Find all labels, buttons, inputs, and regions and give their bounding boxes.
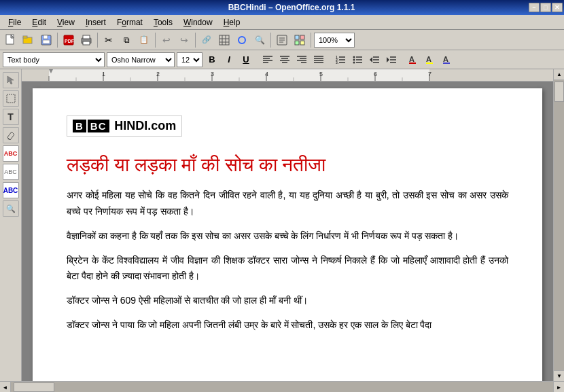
scroll-left-button[interactable]: ◄: [0, 382, 11, 392]
selection-icon[interactable]: [3, 90, 19, 107]
edit-icon[interactable]: [3, 127, 19, 143]
increase-indent-button[interactable]: [384, 52, 399, 67]
menu-window[interactable]: Window: [178, 16, 218, 29]
separator-3: [155, 33, 156, 48]
align-right-button[interactable]: [294, 52, 309, 67]
open-button[interactable]: [20, 32, 37, 48]
copy-button[interactable]: ⧉: [118, 32, 135, 48]
h-scroll-thumb[interactable]: [14, 382, 54, 392]
svg-rect-24: [295, 41, 299, 45]
bullets-button[interactable]: [350, 52, 365, 67]
print-button[interactable]: [78, 32, 94, 48]
text-icon[interactable]: T: [3, 109, 19, 125]
font-size-select[interactable]: 12: [177, 52, 202, 67]
svg-text:A: A: [426, 55, 431, 63]
navigator-button[interactable]: [274, 32, 290, 48]
close-button[interactable]: ✕: [552, 3, 563, 12]
svg-rect-6: [43, 40, 50, 43]
svg-text:7: 7: [428, 71, 431, 77]
menu-view[interactable]: View: [52, 16, 80, 29]
svg-marker-54: [370, 57, 372, 63]
svg-rect-3: [23, 36, 27, 38]
svg-marker-68: [7, 76, 14, 84]
vertical-scrollbar: ▲ ▼: [553, 69, 564, 381]
paragraph-4[interactable]: डॉक्टर जोन्स ने 609 ऐसी महिलाओं से बातची…: [67, 293, 508, 309]
zoom-select[interactable]: 100% 75% 150% 200%: [314, 33, 355, 48]
paste-button[interactable]: 📋: [136, 32, 152, 48]
font-color-button[interactable]: A: [406, 52, 421, 67]
h-scroll-track[interactable]: [11, 382, 553, 392]
paragraph-3[interactable]: ब्रिटेन के केंट विश्वविद्यालय में जीव वि…: [67, 253, 508, 285]
bbc-bc-box: BC: [88, 120, 109, 132]
svg-text:1: 1: [102, 71, 105, 77]
table-button[interactable]: [216, 32, 232, 48]
underline-button[interactable]: U: [239, 52, 253, 67]
body-layout: T ABC ABC ABC 🔍: [0, 69, 564, 392]
export-pdf-button[interactable]: PDF: [60, 32, 77, 48]
format-bar: Text body Osho Narrow 12 B I U 1.2.3. A …: [0, 50, 564, 69]
abc-red-icon: ABC: [3, 145, 19, 162]
menu-file[interactable]: File: [3, 16, 27, 29]
svg-rect-25: [300, 41, 304, 45]
undo-button[interactable]: ↩: [158, 32, 175, 48]
align-justify-button[interactable]: [311, 52, 326, 67]
scroll-track[interactable]: [554, 80, 564, 370]
scroll-down-button[interactable]: ▼: [554, 370, 564, 381]
svg-point-17: [239, 37, 245, 43]
font-select[interactable]: Osho Narrow: [107, 52, 175, 67]
align-left-button[interactable]: [260, 52, 275, 67]
save-button[interactable]: [38, 32, 54, 48]
new-button[interactable]: [3, 32, 19, 48]
bbc-b-box: B: [73, 120, 86, 132]
menu-format[interactable]: Format: [111, 16, 148, 29]
left-panel: T ABC ABC ABC 🔍: [0, 69, 22, 381]
svg-rect-63: [409, 63, 416, 64]
document-page[interactable]: B BC HINDI.com लड़की या लड़का माँ की सोच…: [33, 88, 542, 381]
find-button[interactable]: 🔍: [251, 32, 268, 48]
highlight-button[interactable]: A: [423, 52, 438, 67]
scroll-thumb[interactable]: [554, 82, 564, 102]
find-replace-icon[interactable]: 🔍: [3, 200, 19, 217]
numbering-button[interactable]: 1.2.3.: [333, 52, 348, 67]
scroll-right-button[interactable]: ►: [553, 382, 564, 392]
article-heading[interactable]: लड़की या लड़का माँ की सोच का नतीजा: [67, 152, 508, 178]
paragraph-style-select[interactable]: Text body: [3, 52, 105, 67]
menu-help[interactable]: Help: [218, 16, 246, 29]
italic-button[interactable]: I: [222, 52, 236, 67]
bbc-hindi-text: HINDI.com: [114, 119, 176, 132]
paragraph-2[interactable]: वैज्ञानिकों का कहना है कि यहाँ तक कि इस …: [67, 228, 508, 245]
paragraph-5[interactable]: डॉक्टर जोन्स ने पाया कि जो महिला अपनी जि…: [67, 317, 508, 334]
svg-text:A: A: [443, 55, 448, 63]
hyperlink-button[interactable]: 🔗: [198, 32, 215, 48]
svg-text:4: 4: [265, 71, 268, 77]
separator-5: [270, 33, 271, 48]
bold-button[interactable]: B: [205, 52, 219, 67]
svg-text:3.: 3.: [336, 60, 339, 65]
menu-tools[interactable]: Tools: [148, 16, 178, 29]
menu-insert[interactable]: Insert: [80, 16, 111, 29]
horizontal-ruler: 1 2 3 4 5 6 7: [22, 69, 553, 82]
minimize-button[interactable]: −: [529, 3, 540, 12]
bbc-logo: B BC HINDI.com: [67, 115, 182, 137]
svg-rect-65: [426, 63, 433, 64]
menu-edit[interactable]: Edit: [27, 16, 52, 29]
char-background-button[interactable]: A: [440, 52, 455, 67]
cursor-icon[interactable]: [3, 72, 19, 88]
align-center-button[interactable]: [277, 52, 292, 67]
svg-text:6: 6: [374, 71, 377, 77]
decrease-indent-button[interactable]: [367, 52, 382, 67]
toolbar: PDF ✂ ⧉ 📋 ↩ ↪ 🔗 🔍 100% 75% 150% 200%: [0, 30, 564, 50]
separator-2: [97, 33, 98, 48]
abc-gray-icon: ABC: [3, 164, 19, 180]
svg-rect-12: [219, 35, 229, 45]
scroll-up-button[interactable]: ▲: [554, 69, 564, 80]
menu-bar: File Edit View Insert Format Tools Windo…: [0, 15, 564, 30]
svg-text:2: 2: [156, 71, 160, 77]
maximize-button[interactable]: □: [540, 3, 551, 12]
redo-button[interactable]: ↪: [176, 32, 192, 48]
cut-button[interactable]: ✂: [101, 32, 117, 48]
gallery-button[interactable]: [292, 32, 308, 48]
show-draw-button[interactable]: [234, 32, 250, 48]
paragraph-1[interactable]: अगर कोई महिला यह सोचे कि वह कितने दिन जी…: [67, 188, 508, 220]
svg-rect-22: [295, 35, 299, 39]
